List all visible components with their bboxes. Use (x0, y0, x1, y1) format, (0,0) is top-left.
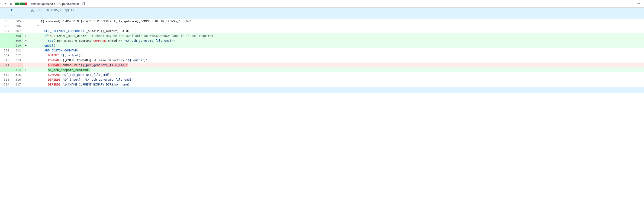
code-content: if(NOT CMAKE_HOST_WIN32) # chmod may be … (28, 33, 644, 38)
code-content: ${_command} '-D$<JOIN:$<TARGET_PROPERTY:… (28, 19, 644, 24)
diff-line: 308+ if(NOT CMAKE_HOST_WIN32) # chmod ma… (0, 33, 644, 38)
diff-marker (23, 48, 28, 53)
code-content: COMMAND ${CMAKE_COMMAND} -E make_directo… (28, 58, 644, 63)
old-line-number[interactable]: 311 (0, 63, 12, 67)
diff-line: 307307 GET_FILENAME_COMPONENT(_outdir ${… (0, 28, 644, 33)
new-line-number[interactable]: 315 (12, 72, 23, 77)
diff-line: 305305 ${_command} '-D$<JOIN:$<TARGET_PR… (0, 19, 644, 24)
svg-point-3 (639, 3, 640, 4)
diff-line: 312315 COMMAND "${_pch_generate_file_cmd… (0, 72, 644, 77)
diff-line: 314317 DEPENDS "${CMAKE_CURRENT_BINARY_D… (0, 82, 644, 87)
expand-up-icon (10, 8, 14, 12)
old-line-number[interactable] (0, 33, 12, 38)
diff-marker (23, 77, 28, 82)
diff-line: 309+ set(_pch_prepare_command COMMAND ch… (0, 38, 644, 43)
new-line-number[interactable]: 308 (12, 33, 23, 38)
diff-table: ····· @@ -305,10 +305,13 @@ fi 305305 ${… (0, 8, 644, 93)
expand-down-cell[interactable]: ····· (0, 87, 23, 93)
new-line-number[interactable]: 305 (12, 19, 23, 24)
expand-dots: ····· (8, 89, 16, 91)
old-line-number[interactable]: 312 (0, 72, 12, 77)
old-line-number[interactable]: 314 (0, 82, 12, 87)
diff-line: 308311 ADD_CUSTOM_COMMAND( (0, 48, 644, 53)
hunk-header-row: ····· @@ -305,10 +305,13 @@ fi (0, 8, 644, 19)
svg-point-2 (638, 3, 639, 4)
old-line-number[interactable] (0, 43, 12, 48)
diff-line: 310+ endif() (0, 43, 644, 48)
old-line-number[interactable]: 310 (0, 58, 12, 63)
new-line-number[interactable]: 307 (12, 28, 23, 33)
old-line-number[interactable]: 308 (0, 48, 12, 53)
new-line-number[interactable]: 312 (12, 53, 23, 58)
diff-marker (23, 24, 28, 28)
old-line-number[interactable]: 307 (0, 28, 12, 33)
diff-count: 5 (10, 2, 12, 5)
new-line-number[interactable]: 311 (12, 48, 23, 53)
new-line-number[interactable]: 309 (12, 38, 23, 43)
code-content: COMMAND chmod +x "${_pch_generate_file_c… (28, 63, 644, 67)
diff-block-added (17, 2, 20, 5)
code-content: endif() (28, 43, 644, 48)
old-line-number[interactable]: 309 (0, 53, 12, 58)
file-header-left: 5 cmake/OpenCVPCHSupport.cmake (4, 2, 85, 5)
diff-block-added (22, 2, 24, 5)
chevron-down-icon[interactable] (4, 2, 8, 5)
filename-link[interactable]: cmake/OpenCVPCHSupport.cmake (31, 2, 79, 5)
diff-line: 311- COMMAND chmod +x "${_pch_generate_f… (0, 63, 644, 67)
diff-marker (23, 58, 28, 63)
new-line-number[interactable]: 313 (12, 58, 23, 63)
old-line-number[interactable]: 313 (0, 77, 12, 82)
code-content: COMMAND "${_pch_generate_file_cmd}" (28, 72, 644, 77)
diff-line: 310313 COMMAND ${CMAKE_COMMAND} -E make_… (0, 58, 644, 63)
code-content: set(_pch_prepare_command COMMAND chmod +… (28, 38, 644, 43)
code-content: ADD_CUSTOM_COMMAND( (28, 48, 644, 53)
new-line-number[interactable]: 317 (12, 82, 23, 87)
diff-line: 313316 DEPENDS "${_input}" "${_pch_gener… (0, 77, 644, 82)
code-content: DEPENDS "${CMAKE_CURRENT_BINARY_DIR}/${_… (28, 82, 644, 87)
new-line-number[interactable]: 310 (12, 43, 23, 48)
code-content: OUTPUT "${_output}" (28, 53, 644, 58)
old-line-number[interactable] (0, 67, 12, 72)
hunk-header-text: @@ -305,10 +305,13 @@ fi (28, 8, 644, 19)
old-line-number[interactable] (0, 38, 12, 43)
hunk-marker (23, 8, 28, 19)
expand-dots: ····· (8, 14, 16, 17)
diff-marker (23, 82, 28, 87)
new-line-number[interactable] (12, 63, 23, 67)
diff-marker (23, 28, 28, 33)
old-line-number[interactable]: 305 (0, 19, 12, 24)
diff-marker (23, 19, 28, 24)
new-line-number[interactable]: 306 (12, 24, 23, 28)
expand-up-cell[interactable]: ····· (0, 8, 23, 19)
code-content: GET_FILENAME_COMPONENT(_outdir ${_output… (28, 28, 644, 33)
new-line-number[interactable]: 316 (12, 77, 23, 82)
svg-point-1 (637, 3, 638, 4)
expand-bottom-row[interactable]: ····· (0, 87, 644, 93)
new-line-number[interactable]: 314 (12, 67, 23, 72)
code-content: DEPENDS "${_input}" "${_pch_generate_fil… (28, 77, 644, 82)
diff-marker (23, 72, 28, 77)
diff-marker (23, 53, 28, 58)
diff-block-removed (25, 2, 27, 5)
diff-marker: + (23, 43, 28, 48)
old-line-number[interactable]: 306 (0, 24, 12, 28)
code-content: ") (28, 24, 644, 28)
diffstat (14, 2, 27, 5)
code-content: ${_pch_prepare_command} (28, 67, 644, 72)
diff-line: 309312 OUTPUT "${_output}" (0, 53, 644, 58)
diff-marker: + (23, 33, 28, 38)
diff-marker: + (23, 67, 28, 72)
file-header: 5 cmake/OpenCVPCHSupport.cmake (0, 0, 644, 8)
diff-line: 314+ ${_pch_prepare_command} (0, 67, 644, 72)
diff-block-added (20, 2, 22, 5)
diff-marker: + (23, 38, 28, 43)
diff-line: 306306 ") (0, 24, 644, 28)
diff-block-added (14, 2, 17, 5)
diff-marker: - (23, 63, 28, 67)
copy-icon[interactable] (82, 2, 85, 5)
kebab-menu-icon[interactable] (636, 2, 640, 5)
